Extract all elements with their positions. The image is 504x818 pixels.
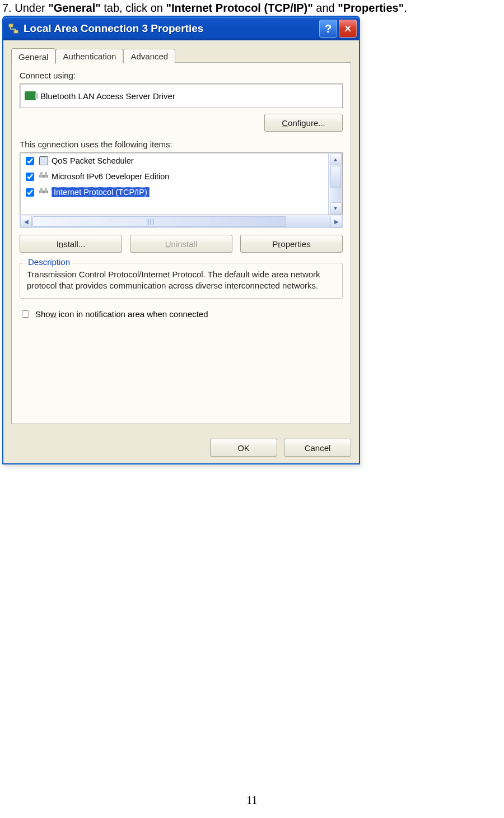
tab-strip: General Authentication Advanced <box>11 47 351 63</box>
show-icon-checkbox[interactable] <box>22 310 29 318</box>
item-label: QoS Packet Scheduler <box>52 156 134 165</box>
description-legend: Description <box>26 257 72 267</box>
scroll-left-button[interactable]: ◀ <box>20 216 32 227</box>
instr-bold-general: "General" <box>48 2 100 14</box>
scroll-thumb[interactable] <box>330 166 341 188</box>
svg-rect-1 <box>14 30 18 33</box>
item-label: Microsoft IPv6 Developer Edition <box>52 172 169 181</box>
tab-advanced-label: Advanced <box>130 52 168 61</box>
description-text: Transmission Control Protocol/Internet P… <box>27 269 335 291</box>
ok-button[interactable]: OK <box>210 439 277 457</box>
connect-using-label: Connect using: <box>20 71 343 80</box>
window-title: Local Area Connection 3 Properties <box>24 22 319 35</box>
scroll-down-button[interactable]: ▼ <box>330 202 342 214</box>
tab-panel-general: Connect using: Bluetooth LAN Access Serv… <box>11 62 351 424</box>
protocol-icon <box>39 172 48 181</box>
instr-mid1: tab, click on <box>101 2 166 14</box>
items-label: This connection uses the following items… <box>20 140 343 149</box>
item-label: Internet Protocol (TCP/IP) <box>52 187 150 197</box>
show-icon-row[interactable]: Show icon in notification area when conn… <box>20 309 343 319</box>
configure-label-rest: onfigure... <box>288 118 325 128</box>
tab-auth-label: Authentication <box>63 52 116 61</box>
protocol-icon <box>39 156 48 165</box>
hscroll-track[interactable] <box>32 216 330 227</box>
instr-suffix: . <box>404 2 407 14</box>
cancel-button[interactable]: Cancel <box>284 439 351 457</box>
properties-button[interactable]: Properties <box>240 235 343 253</box>
items-listbox[interactable]: QoS Packet Scheduler Microsoft IPv6 Deve… <box>20 152 343 215</box>
dialog-button-row: OK Cancel <box>3 432 359 463</box>
adapter-field[interactable]: Bluetooth LAN Access Server Driver <box>20 83 343 108</box>
dialog-client-area: General Authentication Advanced Connect … <box>3 40 359 432</box>
properties-dialog: Local Area Connection 3 Properties ? X G… <box>2 16 360 464</box>
tab-general-label: General <box>18 52 48 62</box>
hscroll-thumb[interactable] <box>32 216 286 227</box>
connection-icon <box>8 23 19 34</box>
item-checkbox[interactable] <box>26 173 34 181</box>
scroll-track[interactable] <box>330 166 341 202</box>
adapter-name: Bluetooth LAN Access Server Driver <box>40 91 175 101</box>
protocol-icon <box>39 188 48 197</box>
instr-bold-tcpip: "Internet Protocol (TCP/IP)" <box>166 2 312 14</box>
tab-advanced[interactable]: Advanced <box>123 49 175 63</box>
item-checkbox[interactable] <box>26 157 34 165</box>
close-button[interactable]: X <box>339 20 357 38</box>
nic-icon <box>25 91 36 100</box>
horizontal-scrollbar[interactable]: ◀ ▶ <box>20 215 343 228</box>
instr-prefix: 7. Under <box>2 2 48 14</box>
list-item[interactable]: QoS Packet Scheduler <box>20 153 328 169</box>
scroll-grip-icon <box>147 219 155 225</box>
title-bar[interactable]: Local Area Connection 3 Properties ? X <box>3 17 359 40</box>
uninstall-button: Uninstall <box>130 235 232 253</box>
vertical-scrollbar[interactable]: ▲ ▼ <box>328 153 342 215</box>
tab-authentication[interactable]: Authentication <box>55 49 123 63</box>
scroll-up-button[interactable]: ▲ <box>330 154 342 165</box>
instruction-line: 7. Under "General" tab, click on "Intern… <box>0 0 504 15</box>
list-item[interactable]: Microsoft IPv6 Developer Edition <box>20 169 328 184</box>
list-item-selected[interactable]: Internet Protocol (TCP/IP) <box>20 184 328 200</box>
item-checkbox[interactable] <box>26 188 34 197</box>
configure-button[interactable]: Configure... <box>264 114 343 132</box>
help-button[interactable]: ? <box>319 20 337 38</box>
instr-bold-properties: "Properties" <box>338 2 404 14</box>
description-groupbox: Description Transmission Control Protoco… <box>20 263 343 299</box>
scroll-right-button[interactable]: ▶ <box>330 216 342 227</box>
items-listbox-viewport: QoS Packet Scheduler Microsoft IPv6 Deve… <box>20 153 328 215</box>
page-number: 11 <box>0 794 504 807</box>
show-icon-label: Show icon in notification area when conn… <box>35 309 208 319</box>
tab-general[interactable]: General <box>11 48 55 64</box>
install-button[interactable]: Install... <box>20 235 122 253</box>
svg-rect-0 <box>9 24 13 27</box>
instr-mid2: and <box>313 2 338 14</box>
